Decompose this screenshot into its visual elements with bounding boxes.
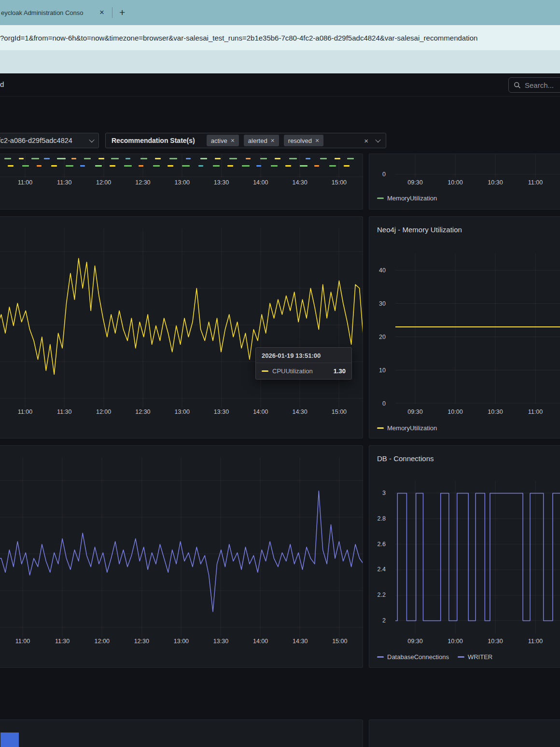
axis-tick-label: 2.4 xyxy=(378,566,386,573)
axis-tick-label: 12:30 xyxy=(135,179,150,186)
axis-tick-label: 2 xyxy=(382,617,386,624)
series-fragment xyxy=(215,158,221,159)
chip-label: alerted xyxy=(248,137,267,144)
legend-label: MemoryUtilization xyxy=(387,424,437,432)
series-fragment xyxy=(182,165,190,167)
axis-tick-label: 11:00 xyxy=(15,638,30,645)
series-fragment xyxy=(271,165,278,167)
legend: MemoryUtilization xyxy=(377,424,437,432)
series-line xyxy=(0,491,363,612)
series-fragment xyxy=(126,158,130,159)
series-fragment xyxy=(229,158,237,159)
series-fragment xyxy=(200,158,207,159)
axis-tick-label: 2.2 xyxy=(378,592,386,598)
y-axis: 403020100 xyxy=(369,217,389,438)
axis-tick-label: 2.6 xyxy=(378,541,386,548)
chip-alerted[interactable]: alerted× xyxy=(244,135,279,146)
series-fragment xyxy=(19,158,24,159)
series-fragment xyxy=(320,158,327,159)
series-fragment xyxy=(186,158,191,159)
x-axis: 09:3010:0010:3011:00 xyxy=(369,638,560,645)
chevron-down-icon[interactable] xyxy=(375,137,380,142)
axis-tick-label: 14:30 xyxy=(293,638,308,645)
legend-label: MemoryUtilization xyxy=(387,195,437,202)
axis-tick-label: 10:30 xyxy=(488,638,503,645)
series-fragment xyxy=(4,158,11,159)
tooltip-series: CPUUtilization xyxy=(272,367,313,375)
axis-tick-label: 30 xyxy=(379,300,386,307)
axis-tick-label: 13:30 xyxy=(214,409,229,415)
browser-tab-strip: eycloak Administration Conso × + xyxy=(0,0,560,25)
axis-tick-label: 11:00 xyxy=(528,179,543,186)
test-run-variable-select[interactable]: 2b1e35b6-7c80-4fc2-a086-d29f5adc4824 xyxy=(0,133,99,148)
panel-requests: 11:0011:3012:0012:3013:0013:3014:0014:30… xyxy=(0,445,363,668)
chart-canvas[interactable] xyxy=(395,480,560,634)
axis-tick-label: 11:00 xyxy=(528,638,543,645)
series-fragment xyxy=(71,158,76,159)
address-bar[interactable]: ?orgId=1&from=now-6h&to=now&timezone=bro… xyxy=(0,25,560,50)
series-fragment xyxy=(8,165,14,167)
series-fragment xyxy=(80,165,85,167)
new-tab-icon[interactable]: + xyxy=(116,7,128,18)
axis-tick-label: 14:00 xyxy=(253,638,268,645)
recommendation-state-filter[interactable]: Recommendation State(s) active× alerted×… xyxy=(105,133,386,148)
chip-resolved[interactable]: resolved× xyxy=(284,135,323,146)
axis-tick-label: 20 xyxy=(379,334,386,340)
legend-color-dash xyxy=(377,427,384,429)
breadcrumb[interactable]: d xyxy=(0,80,4,88)
axis-tick-label: 14:30 xyxy=(292,409,307,415)
axis-tick-label: 12:30 xyxy=(135,409,150,415)
url-text[interactable]: ?orgId=1&from=now-6h&to=now&timezone=bro… xyxy=(0,34,477,42)
axis-tick-label: 2.8 xyxy=(378,515,386,522)
axis-tick-label: 10:00 xyxy=(448,638,462,645)
axis-tick-label: 10 xyxy=(379,367,386,374)
legend-color-dash xyxy=(377,656,384,658)
screen: eycloak Administration Conso × + ?orgId=… xyxy=(0,0,560,747)
series-fragment xyxy=(95,165,102,167)
chip-remove-icon[interactable]: × xyxy=(315,137,319,144)
axis-tick-label: 09:30 xyxy=(407,179,422,186)
chip-active[interactable]: active× xyxy=(207,135,239,146)
tab-close-icon[interactable]: × xyxy=(96,8,108,17)
axis-tick-label: 15:00 xyxy=(332,179,347,186)
tooltip-row: CPUUtilization 1.30 xyxy=(256,363,351,379)
x-axis: 11:0011:3012:0012:3013:0013:3014:0014:30… xyxy=(0,409,363,415)
browser-tab[interactable]: eycloak Administration Conso xyxy=(0,9,96,16)
chart-canvas[interactable] xyxy=(0,228,363,408)
legend-item[interactable]: DatabaseConnections xyxy=(377,653,449,661)
legend-color-dash xyxy=(458,656,464,658)
clear-all-icon[interactable]: × xyxy=(364,137,368,145)
series-fragment xyxy=(300,165,308,167)
series-fragment xyxy=(98,158,104,159)
legend-item[interactable]: MemoryUtilization xyxy=(377,424,437,432)
search-box[interactable] xyxy=(508,77,560,93)
chevron-down-icon[interactable] xyxy=(89,137,94,142)
chart-canvas[interactable] xyxy=(395,254,560,404)
legend-color-dash xyxy=(377,197,384,199)
chip-remove-icon[interactable]: × xyxy=(231,137,235,144)
axis-tick-label: 14:00 xyxy=(253,179,268,186)
tab-divider xyxy=(112,7,112,18)
chart-canvas[interactable] xyxy=(395,154,560,177)
chip-label: active xyxy=(211,137,227,144)
axis-tick-label: 11:30 xyxy=(57,179,71,186)
legend-item[interactable]: WRITER xyxy=(458,653,492,661)
series-fragment xyxy=(242,165,250,167)
panel-cpu: 11:0011:3012:0012:3013:0013:3014:0014:30… xyxy=(0,216,363,438)
series-fragment xyxy=(168,165,173,167)
series-fragments xyxy=(0,154,363,177)
series-fragment xyxy=(213,165,220,167)
axis-tick-label: 12:30 xyxy=(134,638,149,645)
search-input[interactable] xyxy=(525,81,560,89)
series-fragment xyxy=(155,158,161,159)
legend-label: WRITER xyxy=(468,653,492,661)
series-fragment xyxy=(140,158,147,159)
series-fragment xyxy=(227,165,233,167)
series-fragment xyxy=(306,158,310,159)
panel-title[interactable]: Neo4j - Memory Utilization xyxy=(377,226,462,234)
legend-item[interactable]: MemoryUtilization xyxy=(377,195,437,202)
chart-canvas[interactable] xyxy=(0,457,363,637)
series-fragment xyxy=(57,158,66,159)
chip-remove-icon[interactable]: × xyxy=(271,137,275,144)
series-fragment xyxy=(22,165,29,167)
